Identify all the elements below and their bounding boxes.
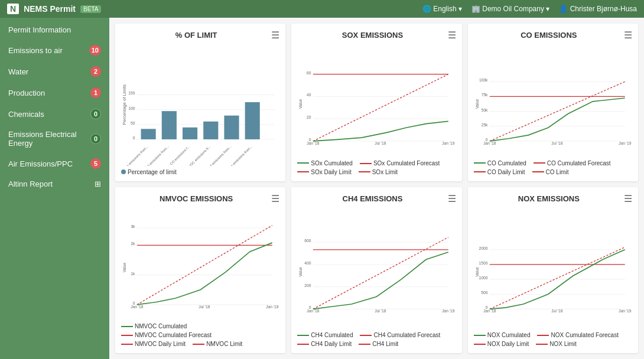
language-selector[interactable]: 🌐 English ▾ (422, 5, 462, 13)
sidebar-item-emissions-badge: 10 (89, 45, 101, 56)
ch4-legend-daily: CH4 Daily Limit (297, 341, 352, 347)
sox-legend-daily: SOx Daily Limit (297, 169, 351, 175)
nmvoc-svg: 0 1k 2k 3k Value Jan '18 Jul ' (121, 207, 279, 321)
svg-text:Value: Value (299, 99, 303, 109)
sidebar-item-water[interactable]: Water 2 (0, 61, 109, 82)
ch4-body: 0 200 400 600 Value Jan '18 Ju (297, 207, 456, 329)
ch4-limit-label: CH4 Limit (372, 341, 398, 347)
svg-text:1500: 1500 (479, 260, 487, 265)
ch4-legend: CH4 Cumulated CH4 Cumulated Forecast CH4… (297, 332, 456, 347)
svg-text:Value: Value (122, 262, 126, 272)
ch4-header: CH4 EMISSIONS ☰ (297, 193, 456, 204)
company-selector[interactable]: 🏢 Demo Oil Company ▾ (471, 5, 549, 13)
svg-text:0: 0 (133, 136, 135, 140)
svg-text:Jan '18: Jan '18 (307, 141, 320, 145)
sidebar-item-emissions-label: Emissions to air (8, 46, 63, 55)
co-cum-label: CO Cumulated (487, 160, 526, 167)
nmvoc-menu[interactable]: ☰ (271, 193, 279, 204)
svg-rect-9 (141, 129, 156, 139)
navbar: N NEMS Permit BETA 🌐 English ▾ 🏢 Demo Oi… (0, 0, 644, 18)
svg-rect-13 (224, 116, 239, 139)
svg-text:Jul '18: Jul '18 (551, 309, 562, 313)
navbar-beta: BETA (80, 5, 101, 13)
sidebar-item-emissions[interactable]: Emissions to air 10 (0, 40, 109, 61)
sox-limit-label: SOx Limit (372, 169, 398, 175)
co-forecast-label: CO Cumulated Forecast (547, 160, 611, 167)
sidebar-item-electrical[interactable]: Emissions Electrical Energy 0 (0, 125, 109, 153)
percent-limit-chart: % OF LIMIT ☰ Percentage of Limits 0 50 1… (115, 24, 285, 181)
sox-svg: 0 20 40 60 Value (297, 44, 456, 157)
svg-line-61 (137, 225, 272, 304)
svg-text:1000: 1000 (479, 276, 487, 280)
legend-dot-pct (121, 169, 126, 174)
sidebar-item-permit[interactable]: Permit Information (0, 20, 109, 40)
main-layout: Permit Information Emissions to air 10 W… (0, 18, 644, 359)
co-legend-cum: CO Cumulated (474, 160, 526, 167)
co-title: CO EMISSIONS (474, 31, 624, 40)
co-daily-line (474, 171, 486, 172)
svg-text:SOx emissions from...: SOx emissions from... (122, 145, 149, 166)
user-menu[interactable]: 👤 Christer Bjørnø-Husa (559, 5, 637, 13)
sox-body: 0 20 40 60 Value (297, 44, 456, 157)
nox-cum-line (474, 335, 486, 336)
globe-icon: 🌐 (422, 5, 431, 13)
ch4-daily-label: CH4 Daily Limit (311, 341, 352, 347)
sox-daily-label: SOx Daily Limit (311, 169, 351, 175)
sox-cum-label: SOx Cumulated (311, 160, 353, 167)
navbar-left: N NEMS Permit BETA (7, 4, 101, 14)
percent-limit-menu[interactable]: ☰ (271, 30, 279, 41)
co-limit-label: CO Limit (546, 169, 569, 175)
ch4-menu[interactable]: ☰ (448, 193, 456, 204)
nmvoc-title: NMVOC EMISSIONS (121, 194, 271, 203)
sox-menu[interactable]: ☰ (448, 30, 456, 41)
nox-chart: NOX EMISSIONS ☰ 0 500 1000 1500 2000 Val… (468, 187, 638, 354)
svg-line-91 (489, 247, 625, 309)
nox-cum-label: NOX Cumulated (487, 332, 531, 338)
navbar-title: NEMS Permit (24, 4, 76, 14)
svg-text:40: 40 (307, 93, 311, 97)
ch4-forecast-line (360, 335, 372, 336)
ch4-svg: 0 200 400 600 Value Jan '18 Ju (297, 207, 456, 329)
sidebar-item-production[interactable]: Production 1 (0, 82, 109, 103)
svg-rect-14 (245, 102, 260, 139)
svg-text:200: 200 (305, 283, 311, 287)
nmvoc-forecast-line (121, 335, 133, 336)
svg-text:Percentage of Limits: Percentage of Limits (122, 84, 127, 125)
svg-text:50k: 50k (481, 108, 487, 112)
nox-legend: NOX Cumulated NOX Cumulated Forecast NOX… (474, 332, 632, 347)
co-header: CO EMISSIONS ☰ (474, 30, 632, 41)
altinn-icon: ⊞ (95, 180, 101, 188)
sidebar-item-chemicals[interactable]: Chemicals 0 (0, 103, 109, 125)
percent-limit-header: % OF LIMIT ☰ (121, 30, 279, 41)
nox-menu[interactable]: ☰ (624, 193, 632, 204)
sox-legend: SOx Cumulated SOx Cumulated Forecast SOx… (297, 160, 456, 175)
sidebar-item-altinn[interactable]: Altinn Report ⊞ (0, 174, 109, 194)
sox-daily-line (297, 171, 309, 172)
sidebar-item-ppc[interactable]: Air Emissions/PPC 5 (0, 153, 109, 174)
nmvoc-chart: NMVOC EMISSIONS ☰ 0 1k 2k 3k Value (115, 187, 285, 354)
sox-legend-forecast: SOx Cumulated Forecast (360, 160, 440, 167)
nox-limit-label: NOX Limit (549, 341, 577, 347)
sidebar-item-ppc-label: Air Emissions/PPC (8, 159, 73, 168)
navbar-right: 🌐 English ▾ 🏢 Demo Oil Company ▾ 👤 Chris… (422, 5, 637, 13)
svg-text:Value: Value (475, 266, 479, 276)
co-legend-limit: CO Limit (532, 169, 569, 175)
sidebar-item-electrical-label: Emissions Electrical Energy (8, 130, 90, 148)
ch4-daily-line (297, 344, 309, 345)
nox-svg: 0 500 1000 1500 2000 Value (474, 207, 632, 329)
nmvoc-legend-forecast: NMVOC Cumulated Forecast (121, 332, 212, 338)
sidebar-item-chemicals-label: Chemicals (8, 110, 44, 119)
co-svg: 0 25k 50k 75k 100k Value (474, 44, 632, 157)
co-menu[interactable]: ☰ (624, 30, 632, 41)
sox-cum-line (297, 162, 309, 164)
building-icon: 🏢 (471, 5, 480, 13)
sox-forecast-label: SOx Cumulated Forecast (373, 160, 440, 167)
svg-text:Jan '18: Jan '18 (307, 309, 320, 313)
svg-line-75 (313, 237, 448, 309)
sox-forecast-line (360, 163, 372, 164)
svg-text:Jan '19: Jan '19 (442, 141, 455, 145)
co-legend-daily: CO Daily Limit (474, 169, 525, 175)
sox-header: SOX EMISSIONS ☰ (297, 30, 456, 41)
svg-text:Value: Value (299, 266, 303, 276)
co-cum-line (474, 162, 486, 164)
